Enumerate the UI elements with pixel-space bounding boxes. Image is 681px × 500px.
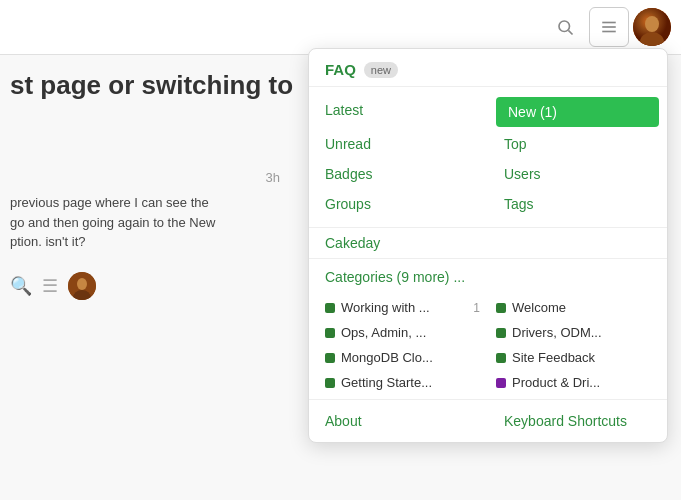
category-dot — [496, 378, 506, 388]
bg-body: previous page where I can see the go and… — [10, 193, 280, 252]
about-link[interactable]: About — [309, 404, 488, 438]
category-label: Welcome — [512, 300, 651, 315]
category-label: Ops, Admin, ... — [341, 325, 480, 340]
categories-grid: Working with ... 1 Welcome Ops, Admin, .… — [309, 291, 667, 399]
category-dot — [325, 303, 335, 313]
category-label: Working with ... — [341, 300, 467, 315]
category-mongodb-cloud[interactable]: MongoDB Clo... — [317, 345, 488, 370]
categories-header[interactable]: Categories (9 more) ... — [309, 259, 667, 291]
nav-item-tags[interactable]: Tags — [488, 189, 667, 219]
nav-item-users[interactable]: Users — [488, 159, 667, 189]
category-label: Drivers, ODM... — [512, 325, 651, 340]
faq-title: FAQ — [325, 61, 356, 78]
category-dot — [325, 353, 335, 363]
category-drivers-odm[interactable]: Drivers, ODM... — [488, 320, 659, 345]
dropdown-footer: About Keyboard Shortcuts — [309, 399, 667, 442]
nav-item-top[interactable]: Top — [488, 129, 667, 159]
bg-article: 3h previous page where I can see the go … — [0, 160, 290, 310]
nav-item-latest[interactable]: Latest — [309, 95, 488, 129]
svg-point-7 — [645, 16, 659, 32]
category-label: Site Feedback — [512, 350, 651, 365]
top-bar — [0, 0, 681, 55]
bg-time: 3h — [10, 170, 280, 185]
category-getting-started[interactable]: Getting Starte... — [317, 370, 488, 395]
category-label: Product & Dri... — [512, 375, 651, 390]
nav-item-new[interactable]: New (1) — [496, 97, 659, 127]
nav-item-unread[interactable]: Unread — [309, 129, 488, 159]
bg-actions: 🔍 ☰ — [10, 272, 280, 300]
category-working-with[interactable]: Working with ... 1 — [317, 295, 488, 320]
nav-item-badges[interactable]: Badges — [309, 159, 488, 189]
bg-hero-text: st page or switching to — [0, 60, 303, 111]
nav-grid: Latest New (1) Unread Top Badges Users G… — [309, 87, 667, 228]
category-product-drivers[interactable]: Product & Dri... — [488, 370, 659, 395]
svg-point-10 — [77, 278, 87, 290]
svg-point-0 — [559, 21, 570, 32]
dropdown-menu: FAQ new Latest New (1) Unread Top Badges… — [308, 48, 668, 443]
category-welcome[interactable]: Welcome — [488, 295, 659, 320]
category-dot — [325, 378, 335, 388]
category-dot — [496, 303, 506, 313]
category-ops-admin[interactable]: Ops, Admin, ... — [317, 320, 488, 345]
category-dot — [496, 328, 506, 338]
category-dot — [496, 353, 506, 363]
category-dot — [325, 328, 335, 338]
search-icon[interactable] — [545, 7, 585, 47]
nav-item-cakeday[interactable]: Cakeday — [309, 228, 667, 259]
category-label: Getting Starte... — [341, 375, 480, 390]
faq-badge: new — [364, 62, 398, 78]
nav-item-groups[interactable]: Groups — [309, 189, 488, 219]
keyboard-shortcuts-link[interactable]: Keyboard Shortcuts — [488, 404, 667, 438]
svg-line-1 — [568, 30, 572, 34]
hamburger-icon[interactable] — [589, 7, 629, 47]
user-avatar[interactable] — [633, 8, 671, 46]
category-label: MongoDB Clo... — [341, 350, 480, 365]
faq-header: FAQ new — [309, 49, 667, 87]
category-site-feedback[interactable]: Site Feedback — [488, 345, 659, 370]
category-count: 1 — [473, 301, 480, 315]
